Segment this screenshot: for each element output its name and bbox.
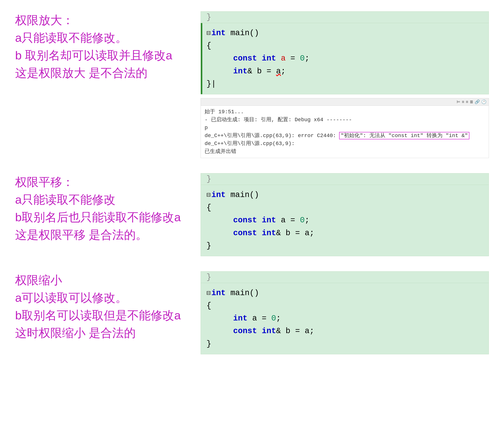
section-quanxian-fangda: 权限放大： a只能读取不能修改。 b 取别名却可以读取并且修改a 这是权限放大 …	[15, 11, 489, 158]
section-quanxian-pingyi: 权限平移： a只能读取不能修改 b取别名后也只能读取不能修改a 这是权限平移 是…	[15, 173, 489, 256]
code-line-close: }|	[206, 78, 483, 90]
code3-line-close: }	[206, 338, 483, 350]
section3-code-block: ⊟int main() { int a = 0; const int& b = …	[201, 283, 489, 354]
section2-code-partial: }	[201, 173, 489, 185]
toolbar-icon3: ≡	[466, 100, 468, 104]
code-line-func: ⊟int main()	[206, 27, 483, 40]
code2-line-open: {	[206, 201, 483, 214]
section1-line2: b 取别名却可以读取并且修改a	[15, 47, 186, 64]
code2-line-b: const int& b = a;	[206, 227, 483, 240]
section1-code-partial: }	[201, 11, 489, 23]
console-line3: p	[204, 124, 485, 132]
section1-line3: 这是权限放大 是不合法的	[15, 64, 186, 82]
code-line-a: const int a = 0;	[206, 52, 483, 65]
code2-line-close: }	[206, 240, 483, 252]
section1-code-area: } ⊟int main() { const int a = 0; int& b …	[201, 11, 489, 158]
toolbar-icon5: 🔗	[475, 100, 480, 104]
console-line4: de_C++\引用\引用\源.cpp(63,9): error C2440: "…	[204, 132, 485, 140]
section2-line1: a只能读取不能修改	[15, 191, 186, 208]
section2-line2: b取别名后也只能读取不能修改a	[15, 208, 186, 226]
error-highlight: "初始化": 无法从 "const int" 转换为 "int &"	[339, 132, 469, 139]
toolbar-icon4: ≣	[470, 100, 473, 104]
console-line2: - 已启动生成: 项目: 引用, 配置: Debug x64 --------	[204, 116, 485, 124]
section1-code-block: ⊟int main() { const int a = 0; int& b = …	[201, 23, 489, 94]
section3-text: 权限缩小 a可以读取可以修改。 b取别名可以读取但是不能修改a 这时权限缩小 是…	[15, 271, 186, 342]
code2-line-a: const int a = 0;	[206, 214, 483, 227]
console-line6: 已生成并出错	[204, 148, 485, 156]
toolbar-icon6: 🕐	[481, 100, 486, 104]
section1-line1: a只能读取不能修改。	[15, 29, 186, 47]
section2-text: 权限平移： a只能读取不能修改 b取别名后也只能读取不能修改a 这是权限平移 是…	[15, 173, 186, 244]
console-line1: 始于 19:51...	[204, 108, 485, 116]
console-output: 始于 19:51... - 已启动生成: 项目: 引用, 配置: Debug x…	[201, 106, 489, 158]
section3-line1: a可以读取可以修改。	[15, 289, 186, 306]
section3-line2: b取别名可以读取但是不能修改a	[15, 306, 186, 324]
minus-icon3: ⊟	[206, 288, 211, 299]
green-bar-indicator	[201, 23, 202, 94]
toolbar-icon2: ≡	[462, 100, 464, 104]
section2-line3: 这是权限平移 是合法的。	[15, 226, 186, 244]
code3-line-open: {	[206, 299, 483, 312]
code-line-b: int& b = a;	[206, 65, 483, 78]
section1-text: 权限放大： a只能读取不能修改。 b 取别名却可以读取并且修改a 这是权限放大 …	[15, 11, 186, 82]
toolbar-icon1: ⊨	[457, 100, 460, 104]
section2-code-block: ⊟int main() { const int a = 0; const int…	[201, 185, 489, 256]
section1-title: 权限放大：	[15, 11, 186, 29]
code3-line-func: ⊟int main()	[206, 287, 483, 299]
section3-code-area: } ⊟int main() { int a = 0; const int& b …	[201, 271, 489, 354]
code2-line-func: ⊟int main()	[206, 189, 483, 201]
section3-code-partial: }	[201, 271, 489, 283]
section2-title: 权限平移：	[15, 173, 186, 191]
section2-code-area: } ⊟int main() { const int a = 0; const i…	[201, 173, 489, 256]
section3-line3: 这时权限缩小 是合法的	[15, 324, 186, 342]
code-line-open: {	[206, 40, 483, 52]
minus-icon: ⊟	[206, 28, 211, 39]
section-quanxian-suoxiao: 权限缩小 a可以读取可以修改。 b取别名可以读取但是不能修改a 这时权限缩小 是…	[15, 271, 489, 354]
code3-line-a: int a = 0;	[206, 312, 483, 325]
minus-icon2: ⊟	[206, 190, 211, 201]
console-line5: de_C++\引用\引用\源.cpp(63,9):	[204, 140, 485, 148]
section3-title: 权限缩小	[15, 271, 186, 289]
console-toolbar: ⊨ ≡ ≡ ≣ 🔗 🕐	[201, 98, 489, 106]
code3-line-b: const int& b = a;	[206, 325, 483, 338]
